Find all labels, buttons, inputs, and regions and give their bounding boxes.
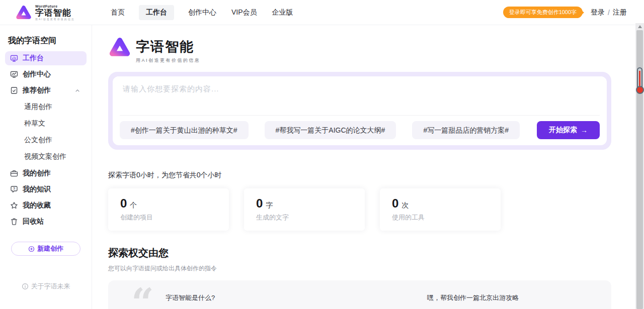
stat-unit: 次 [401,201,409,210]
auth-links: 登录 / 注册 [591,8,627,17]
sidebar-item-label: 我的创作 [23,169,51,178]
header-right: 登录即可享免费创作1000字 登录 / 注册 [503,7,627,18]
thermometer-icon [636,67,643,96]
nav-item-workbench[interactable]: 工作台 [139,5,174,20]
stats-cards-row: 0 个 创建的项目 0 字 生成的文字 0 次 使用的工具 [108,188,501,231]
sidebar-item-label: 我的知识 [23,185,51,194]
sidebar-subitem-seeding-article[interactable]: 种草文 [5,117,87,131]
sidebar-subitem-video-copywriting[interactable]: 视频文案创作 [5,150,87,164]
start-explore-button[interactable]: 开始探索 → [537,121,600,139]
hero-triangle-icon [108,37,131,58]
monitor-icon [10,54,18,62]
stat-label: 生成的文字 [256,213,353,222]
sidebar-item-label: 我的收藏 [23,201,51,210]
brand-logo-block[interactable]: WordFuture 字语智能 用AI创造更有价值的信息 [15,5,91,21]
stat-label: 创建的项目 [120,213,217,222]
hero-text: 字语智能 用AI创造更有价值的信息 [136,37,201,64]
brand-word-future: WordFuture [35,5,75,8]
sidebar-item-my-favorites[interactable]: 我的收藏 [5,198,87,213]
suggestion-chips-row: #创作一篇关于黄山出游的种草文# #帮我写一篇关于AIGC的论文大纲# #写一篇… [113,116,607,145]
svg-text:?: ? [13,186,16,191]
sidebar: 我的字语空间 工作台 创作中心 推荐创作 通用创作 种草文 [0,25,92,309]
explore-section-header: 探索权交由您 您可以向字语提问或给出具体创作的指令 [108,246,217,273]
section-subtitle: 您可以向字语提问或给出具体创作的指令 [108,264,217,273]
hero-logo-block: 字语智能 用AI创造更有价值的信息 [108,37,201,64]
scrollbar[interactable] [635,23,644,309]
suggestion-chip-dessert-marketing[interactable]: #写一篇甜品店的营销方案# [412,121,520,139]
stat-unit: 个 [130,201,137,210]
chevron-up-icon[interactable] [74,87,80,93]
top-navbar: WordFuture 字语智能 用AI创造更有价值的信息 首页 工作台 创作中心… [0,0,644,25]
scrollbar-up-arrow-icon[interactable] [638,25,642,28]
doc-check-icon [10,86,18,94]
sidebar-subitem-official-doc[interactable]: 公文创作 [5,133,87,147]
brand-triangle-icon [15,5,32,20]
sidebar-item-label: 创作中心 [23,70,51,79]
search-input[interactable] [113,76,607,115]
stat-label: 使用的工具 [392,213,489,222]
section-title: 探索权交由您 [108,246,217,260]
example-prompts-card: “ 字语智能是什么? 嘿，帮我创作一篇北京出游攻略 [108,280,611,309]
sidebar-item-my-knowledge[interactable]: ? 我的知识 [5,182,87,196]
briefcase-icon [10,169,18,177]
stat-value: 0 [120,196,127,211]
start-explore-label: 开始探索 [549,126,577,135]
arrow-right-icon: → [581,126,588,134]
search-panel: #创作一篇关于黄山出游的种草文# #帮我写一篇关于AIGC的论文大纲# #写一篇… [108,72,611,150]
about-wordfuture-link[interactable]: 关于字语未来 [0,282,92,291]
brand-text: WordFuture 字语智能 用AI创造更有价值的信息 [35,5,75,21]
nav-item-vip[interactable]: VIP会员 [230,5,258,20]
trash-icon [10,218,18,226]
suggestion-chip-aigc-outline[interactable]: #帮我写一篇关于AIGC的论文大纲# [265,121,396,139]
stats-summary-text: 探索字语0小时，为您节省共0个小时 [108,171,222,180]
chat-question-icon: ? [10,185,18,193]
sidebar-item-workbench[interactable]: 工作台 [5,51,87,65]
brand-sub-tagline: 用AI创造更有价值的信息 [35,18,75,21]
example-prompt-left[interactable]: 字语智能是什么? [166,293,215,302]
main-content: 字语智能 用AI创造更有价值的信息 #创作一篇关于黄山出游的种草文# #帮我写一… [93,25,635,309]
sidebar-subitem-general-creation[interactable]: 通用创作 [5,100,87,114]
sidebar-item-recommended-creation[interactable]: 推荐创作 [5,83,87,97]
top-nav: 首页 工作台 创作中心 VIP会员 企业版 [110,5,294,20]
sidebar-item-label: 回收站 [23,217,44,226]
stat-card-projects: 0 个 创建的项目 [108,188,229,231]
plus-circle-icon [28,246,35,252]
sidebar-item-my-creations[interactable]: 我的创作 [5,166,87,180]
sidebar-item-recycle-bin[interactable]: 回收站 [5,215,87,229]
stat-unit: 字 [266,201,273,210]
quote-icon: “ [131,283,154,309]
login-link[interactable]: 登录 [591,8,605,17]
about-wordfuture-label: 关于字语未来 [31,282,70,291]
hero-tagline: 用AI创造更有价值的信息 [136,57,201,64]
info-circle-icon [22,283,29,290]
login-promo-badge[interactable]: 登录即可享免费创作1000字 [503,7,583,18]
example-prompt-right[interactable]: 嘿，帮我创作一篇北京出游攻略 [427,293,519,302]
stat-card-words: 0 字 生成的文字 [244,188,365,231]
sidebar-title: 我的字语空间 [8,36,92,46]
nav-item-creation-center[interactable]: 创作中心 [187,5,217,20]
stat-value: 0 [392,196,398,211]
hero-title: 字语智能 [136,38,201,56]
sidebar-item-creation-center[interactable]: 创作中心 [5,67,87,81]
stat-value: 0 [256,196,263,211]
new-creation-button[interactable]: 新建创作 [11,242,80,256]
search-inner: #创作一篇关于黄山出游的种草文# #帮我写一篇关于AIGC的论文大纲# #写一篇… [113,76,607,145]
stat-card-tools: 0 次 使用的工具 [380,188,501,231]
suggestion-chip-huangshan[interactable]: #创作一篇关于黄山出游的种草文# [120,121,249,139]
auth-divider: / [608,9,610,17]
brand-name: 字语智能 [35,9,75,17]
monitor-chart-icon [10,70,18,78]
star-icon [10,201,18,210]
sidebar-item-label: 推荐创作 [23,86,51,95]
sidebar-item-label: 工作台 [23,54,44,63]
nav-item-enterprise[interactable]: 企业版 [271,5,294,20]
register-link[interactable]: 注册 [613,8,627,17]
new-creation-label: 新建创作 [37,244,63,253]
nav-item-home[interactable]: 首页 [110,5,126,20]
